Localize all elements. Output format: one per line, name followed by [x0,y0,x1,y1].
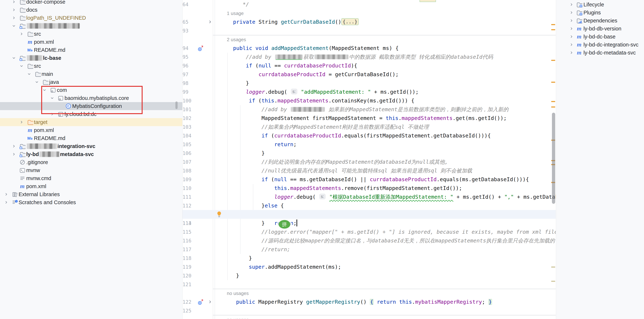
chevron-right-icon[interactable] [570,43,573,46]
code-text[interactable]: } [223,272,239,279]
code-text[interactable]: }else { [223,202,284,209]
line-number[interactable]: 102 [182,116,192,121]
tree-item-docker-compose[interactable]: docker-compose [0,0,182,6]
error-stripe-warning-mark[interactable] [551,29,555,30]
chevron-right-icon[interactable] [570,19,573,22]
usages-inlay[interactable]: 1 usage [227,10,244,16]
tree-item-logpath-is-undefined[interactable]: logPath_IS_UNDEFINED [0,14,182,22]
tree-item-src[interactable]: src [0,30,182,38]
line-number[interactable]: 106 [182,150,192,156]
code-text[interactable]: */ [220,1,249,8]
line-number[interactable]: 97 [182,72,188,77]
line-number[interactable]: 118 [182,256,192,261]
line-number[interactable]: 119 [182,264,192,270]
code-text[interactable]: //到此处说明集合内存在的MappedStatement的databaseId为… [223,159,448,165]
maven-item-ly-bd-dc-base[interactable]: mly-bd-dc-base [556,33,644,41]
tree-item-docs[interactable]: docs [0,6,182,14]
line-number[interactable]: 100 [182,98,192,104]
line-number[interactable]: 93 [182,28,188,34]
maven-item-dependencies[interactable]: Dependencies [556,16,644,24]
error-stripe-warning-mark[interactable] [551,106,555,108]
code-text[interactable]: //add by 如果新的MappedStatement是当前数据库类型的，则删… [223,106,508,112]
line-number[interactable]: 64 [182,2,188,7]
line-number[interactable]: 121 [182,282,192,287]
line-number[interactable]: 110 [182,186,192,191]
tree-item-ly.cloud.bd.dc[interactable]: ly.cloud.bd.dc [0,110,182,118]
line-number[interactable]: 109 [182,177,192,182]
error-stripe-weak-mark[interactable] [551,281,555,282]
line-number[interactable]: 115 [182,229,192,235]
chevron-right-icon[interactable] [570,27,573,30]
tree-item-mvnw.cmd[interactable]: mvnw.cmd [0,174,182,182]
code-text[interactable]: //如果集合内MappedStatement刚好是当前数据库适配sql 不做处理 [223,124,429,130]
fold-chevron-icon[interactable] [208,300,212,304]
code-text[interactable]: private String getCurrDataBaseId(){...} [220,19,359,25]
usages-inlay[interactable]: no usages [227,317,249,319]
tree-item-pom.xml[interactable]: mpom.xml [0,182,182,190]
line-number[interactable]: 120 [182,273,192,278]
tree-item-.gitignore[interactable]: .gitignore [0,158,182,166]
code-text[interactable]: return; [223,141,297,148]
chevron-right-icon[interactable] [12,152,16,156]
chevron-right-icon[interactable] [12,144,16,148]
chevron-down-icon[interactable] [50,96,54,100]
line-number[interactable]: 101 [182,107,192,112]
error-stripe-warning-mark[interactable] [551,82,555,83]
chevron-right-icon[interactable] [4,192,8,196]
line-number[interactable]: 108 [182,168,192,174]
line-number[interactable]: 125 [182,308,192,314]
chevron-right-icon[interactable] [12,16,16,20]
folded-code-region[interactable]: {...} [341,18,359,25]
tree-item-mvnw[interactable]: mvnw [0,166,182,174]
overriding-method-icon[interactable] [198,45,204,52]
chevron-down-icon[interactable] [12,56,16,60]
intention-bulb-icon[interactable] [216,211,222,218]
line-number[interactable]: 117 [182,247,192,252]
code-text[interactable]: MappedStatement firstMappedStatement = t… [223,115,507,121]
line-number[interactable]: 98 [182,80,188,86]
tree-item-integration-svc[interactable]: integration-svc [0,142,182,150]
code-text[interactable]: if (null == currdatabaseProductId){ [220,62,357,69]
code-text[interactable]: //logger.error("mapper[" + ms.getId() + … [223,229,556,235]
tree-item-readme.md[interactable]: MREADME.md [0,46,182,54]
code-text[interactable]: //null优先级最高代表通用sql 可能先加载特殊sql 如果当前是通用sql… [223,168,472,174]
chevron-down-icon[interactable] [20,64,23,68]
error-stripe-weak-mark[interactable] [551,266,555,268]
chevron-right-icon[interactable] [570,3,573,6]
code-text[interactable]: } [223,220,265,226]
chevron-right-icon[interactable] [570,51,573,54]
chevron-right-icon[interactable] [570,35,573,38]
tree-item-scratches-and-consoles[interactable]: Scratches and Consoles [0,198,182,206]
line-number[interactable]: 94 [182,46,188,51]
line-number[interactable]: 99 [182,89,188,95]
tree-item-mybatisconfiguration[interactable]: CMybatisConfiguration [0,102,182,110]
line-number[interactable]: 107 [182,159,192,165]
project-tree-scrollbar-thumb[interactable] [176,101,178,109]
maven-item-ly-bd-db-version[interactable]: mly-bd-db-version [556,24,644,33]
error-stripe-warning-mark[interactable] [551,60,555,61]
tree-item-ly-bdmetadata-svc[interactable]: ly-bdmetadata-svc [0,150,182,158]
chevron-down-icon[interactable] [12,24,16,28]
code-text[interactable]: super.addMappedStatement(ms); [223,264,341,270]
line-number[interactable]: 111 [182,194,192,200]
tree-item-baomidou.mybatisplus.core[interactable]: baomidou.mybatisplus.core [0,94,182,102]
overriding-method-icon[interactable] [198,298,204,305]
line-number[interactable]: 103 [182,124,192,130]
maven-item-ly-bd-dc-integration-svc[interactable]: mly-bd-dc-integration-svc [556,41,644,49]
error-stripe-warning-mark[interactable] [551,101,555,102]
tree-item-readme.md[interactable]: MREADME.md [0,134,182,142]
error-stripe-warning-mark[interactable] [551,24,555,25]
tree-item-java[interactable]: java [0,78,182,86]
code-text[interactable]: this.mappedStatements.remove(firstMapped… [223,185,462,191]
chevron-down-icon[interactable] [35,80,39,84]
chevron-right-icon[interactable] [50,112,54,116]
parameter-hint[interactable]: s: [291,88,298,94]
maven-item-plugins[interactable]: Plugins [556,8,644,16]
parameter-hint[interactable]: s: [319,194,326,200]
code-text[interactable]: if (null == ms.getDatabaseId() || currda… [223,176,529,182]
line-number[interactable]: 122 [182,299,192,305]
maven-item-lifecycle[interactable]: Lifecycle [556,0,644,8]
maven-item-ly-bd-dc-metadata-svc[interactable]: mly-bd-dc-metadata-svc [556,49,644,57]
chevron-right-icon[interactable] [12,8,16,12]
tree-item-pom.xml[interactable]: mpom.xml [0,126,182,134]
